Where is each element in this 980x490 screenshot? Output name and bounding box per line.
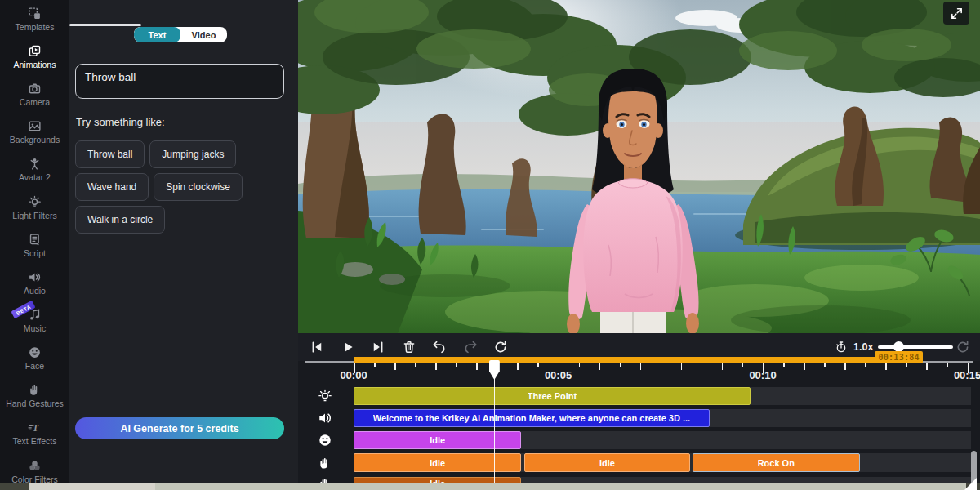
sidebar-item-animations[interactable]: Animations (0, 38, 69, 75)
ruler-tick (742, 363, 744, 368)
horizontal-scrollbar[interactable] (0, 483, 980, 490)
backgrounds-icon (28, 119, 42, 133)
ruler-tick (579, 363, 581, 368)
clip-idle[interactable]: Idle (354, 431, 521, 449)
play-button[interactable] (341, 340, 355, 354)
suggestion-chips: Throw ballJumping jacksWave handSpin clo… (75, 140, 289, 234)
horizontal-scrollbar-thumb[interactable] (29, 483, 966, 490)
track-lane-face: Idle (354, 431, 971, 449)
redo-button[interactable] (463, 340, 478, 354)
loop-button[interactable] (493, 340, 508, 354)
ruler-tick (885, 363, 887, 370)
sidebar-item-backgrounds[interactable]: Backgrounds (0, 113, 69, 150)
camera-icon (28, 82, 42, 96)
color-filters-icon (28, 459, 42, 473)
sidebar-item-label: Hand Gestures (6, 399, 64, 408)
sidebar-item-templates[interactable]: Templates (0, 0, 69, 38)
prompt-input[interactable]: Throw ball (75, 64, 284, 99)
sidebar-item-label: Backgrounds (10, 136, 60, 145)
templates-icon (28, 7, 42, 20)
zoom-slider[interactable] (878, 345, 953, 349)
viewport-scene[interactable] (298, 0, 980, 333)
expand-icon (950, 7, 964, 20)
ruler-tick (374, 363, 376, 368)
timeline: 1.0x 00:0000:0500:1000:1500:13:84 Three … (298, 333, 980, 490)
suggestion-chip[interactable]: Jumping jacks (149, 140, 236, 168)
ai-generate-button[interactable]: AI Generate for 5 credits (75, 417, 284, 439)
sidebar-item-label: Animations (14, 60, 56, 69)
ruler-time-label: 00:10 (745, 369, 781, 381)
track-icon-light (318, 389, 332, 403)
animations-icon (28, 44, 42, 58)
ruler-filled-bar (354, 357, 920, 363)
sidebar-item-label: Camera (20, 98, 50, 107)
clip-rock-on[interactable]: Rock On (693, 453, 860, 472)
skip-start-button[interactable] (310, 340, 324, 354)
ruler-tick (537, 363, 539, 368)
sidebar-item-avatar[interactable]: Avatar 2 (0, 151, 69, 189)
toggle-option-video[interactable]: Video (180, 27, 227, 42)
trash-button[interactable] (402, 340, 416, 354)
ruler-tick (517, 363, 519, 370)
ruler-tick (620, 363, 621, 368)
sidebar-item-script[interactable]: Script (0, 226, 69, 264)
undo-button[interactable] (432, 340, 447, 354)
sidebar-item-face[interactable]: Face (0, 339, 69, 376)
clip-welcome-to-the-krikey-ai-anima[interactable]: Welcome to the Krikey AI Animation Maker… (354, 409, 710, 427)
avatar-icon (28, 157, 42, 171)
light-filters-icon (28, 195, 42, 209)
track-lane-hand: IdleIdleRock On (354, 453, 971, 472)
fullscreen-button[interactable] (943, 2, 969, 24)
prompt-panel: Text Video Throw ball Try something like… (69, 0, 298, 490)
clip-idle[interactable]: Idle (524, 453, 690, 472)
suggestion-chip[interactable]: Spin clockwise (154, 173, 243, 201)
ruler-tick (844, 363, 846, 370)
ruler-tick (783, 363, 785, 368)
sidebar-item-audio[interactable]: Audio (0, 264, 69, 301)
clip-three-point[interactable]: Three Point (354, 387, 751, 405)
active-tab-underline (69, 24, 141, 26)
skip-end-button[interactable] (371, 340, 385, 354)
sidebar-item-hand-gestures[interactable]: Hand Gestures (0, 376, 69, 414)
sidebar-item-label: Avatar 2 (19, 173, 51, 182)
text-effects-icon (28, 421, 42, 434)
sidebar-item-label: Audio (24, 287, 46, 296)
ruler-tick (415, 363, 416, 368)
sidebar-item-light-filters[interactable]: Light Filters (0, 189, 69, 226)
text-video-toggle[interactable]: Text Video (134, 27, 227, 42)
ruler-tick (702, 363, 703, 368)
suggestion-chip[interactable]: Throw ball (75, 140, 145, 168)
track-lane-audio: Welcome to the Krikey AI Animation Maker… (354, 409, 971, 427)
ruler-tick (906, 363, 907, 368)
ruler-tick (599, 363, 601, 370)
ruler-tick (394, 363, 396, 370)
resize-corner[interactable] (964, 478, 977, 490)
suggestion-chip[interactable]: Wave hand (75, 173, 149, 201)
ruler-tick (865, 363, 866, 368)
ruler-time-label: 00:05 (541, 369, 577, 381)
ruler-tick (947, 363, 948, 368)
ruler-time-label: 00:00 (336, 369, 372, 381)
playhead-handle[interactable] (489, 360, 500, 380)
sidebar-item-label: Script (24, 249, 46, 258)
track-icon-audio (318, 411, 332, 425)
ruler-tick (435, 363, 437, 370)
ruler-tick (476, 363, 478, 370)
reset-icon[interactable] (956, 340, 970, 354)
sidebar-item-text-effects[interactable]: Text Effects (0, 415, 69, 452)
track-icon-hand (318, 456, 332, 470)
sidebar-item-camera[interactable]: Camera (0, 75, 69, 113)
sidebar-item-label: Light Filters (12, 212, 56, 220)
toggle-option-text[interactable]: Text (134, 27, 180, 42)
ruler-tick (640, 363, 642, 370)
sidebar-item-label: Music (24, 324, 46, 333)
playback-speed-label: 1.0x (853, 341, 873, 353)
track-icon-face (318, 433, 332, 448)
sidebar-item-music[interactable]: BETAMusic (0, 301, 69, 339)
suggestion-chip[interactable]: Walk in a circle (75, 206, 165, 234)
face-icon (28, 345, 42, 359)
duration-badge: 00:13:84 (875, 351, 923, 363)
ruler-tick (804, 363, 805, 370)
clip-idle[interactable]: Idle (354, 453, 521, 472)
sidebar-item-label: Face (25, 362, 44, 371)
